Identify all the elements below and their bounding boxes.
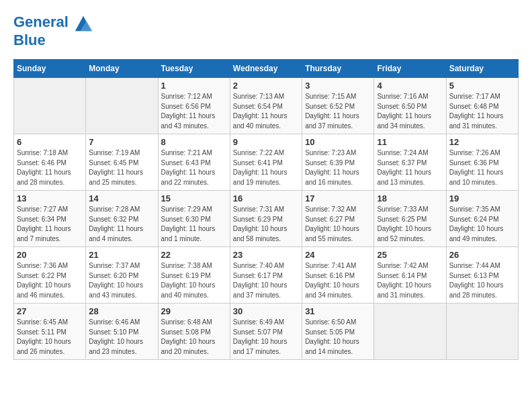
day-detail: Sunrise: 7:32 AM Sunset: 6:27 PM Dayligh… <box>305 205 371 244</box>
header-row: SundayMondayTuesdayWednesdayThursdayFrid… <box>14 60 519 78</box>
day-number: 11 <box>377 137 443 147</box>
day-number: 31 <box>305 306 371 316</box>
day-detail: Sunrise: 7:18 AM Sunset: 6:46 PM Dayligh… <box>17 148 83 187</box>
week-row-2: 6Sunrise: 7:18 AM Sunset: 6:46 PM Daylig… <box>14 134 519 191</box>
calendar-cell: 22Sunrise: 7:38 AM Sunset: 6:19 PM Dayli… <box>158 247 230 304</box>
day-detail: Sunrise: 6:49 AM Sunset: 5:07 PM Dayligh… <box>233 318 299 357</box>
day-detail: Sunrise: 7:16 AM Sunset: 6:50 PM Dayligh… <box>377 92 443 131</box>
calendar-cell: 14Sunrise: 7:28 AM Sunset: 6:32 PM Dayli… <box>86 191 158 247</box>
calendar-cell: 28Sunrise: 6:46 AM Sunset: 5:10 PM Dayli… <box>86 304 158 360</box>
day-number: 6 <box>17 137 83 147</box>
day-detail: Sunrise: 7:12 AM Sunset: 6:56 PM Dayligh… <box>161 92 227 131</box>
day-detail: Sunrise: 7:13 AM Sunset: 6:54 PM Dayligh… <box>233 92 299 131</box>
week-row-4: 20Sunrise: 7:36 AM Sunset: 6:22 PM Dayli… <box>14 247 519 304</box>
day-number: 7 <box>89 137 154 147</box>
calendar-cell: 10Sunrise: 7:23 AM Sunset: 6:39 PM Dayli… <box>302 134 374 191</box>
day-number: 26 <box>449 250 515 260</box>
calendar-cell: 29Sunrise: 6:48 AM Sunset: 5:08 PM Dayli… <box>158 304 230 360</box>
calendar-cell: 21Sunrise: 7:37 AM Sunset: 6:20 PM Dayli… <box>86 247 158 304</box>
day-detail: Sunrise: 6:48 AM Sunset: 5:08 PM Dayligh… <box>161 318 227 357</box>
calendar-table: SundayMondayTuesdayWednesdayThursdayFrid… <box>13 59 519 360</box>
day-number: 29 <box>161 306 227 316</box>
calendar-cell: 11Sunrise: 7:24 AM Sunset: 6:37 PM Dayli… <box>374 134 446 191</box>
day-detail: Sunrise: 7:23 AM Sunset: 6:39 PM Dayligh… <box>305 148 371 187</box>
day-number: 24 <box>305 250 371 260</box>
day-number: 3 <box>305 81 371 91</box>
day-number: 18 <box>377 193 443 203</box>
calendar-cell: 27Sunrise: 6:45 AM Sunset: 5:11 PM Dayli… <box>14 304 86 360</box>
calendar-cell: 12Sunrise: 7:26 AM Sunset: 6:36 PM Dayli… <box>446 134 518 191</box>
day-number: 21 <box>89 250 154 260</box>
day-number: 10 <box>305 137 371 147</box>
calendar-cell: 20Sunrise: 7:36 AM Sunset: 6:22 PM Dayli… <box>14 247 86 304</box>
calendar-cell: 18Sunrise: 7:33 AM Sunset: 6:25 PM Dayli… <box>374 191 446 247</box>
day-detail: Sunrise: 7:37 AM Sunset: 6:20 PM Dayligh… <box>89 261 154 300</box>
day-detail: Sunrise: 7:36 AM Sunset: 6:22 PM Dayligh… <box>17 261 83 300</box>
day-detail: Sunrise: 7:44 AM Sunset: 6:13 PM Dayligh… <box>449 261 515 300</box>
week-row-3: 13Sunrise: 7:27 AM Sunset: 6:34 PM Dayli… <box>14 191 519 247</box>
calendar-cell <box>14 78 86 134</box>
day-detail: Sunrise: 7:24 AM Sunset: 6:37 PM Dayligh… <box>377 148 443 187</box>
day-number: 1 <box>161 81 227 91</box>
day-number: 13 <box>17 193 83 203</box>
day-header-saturday: Saturday <box>446 60 518 78</box>
calendar-cell: 6Sunrise: 7:18 AM Sunset: 6:46 PM Daylig… <box>14 134 86 191</box>
day-number: 9 <box>233 137 299 147</box>
calendar-cell: 13Sunrise: 7:27 AM Sunset: 6:34 PM Dayli… <box>14 191 86 247</box>
calendar-cell: 26Sunrise: 7:44 AM Sunset: 6:13 PM Dayli… <box>446 247 518 304</box>
calendar-cell: 7Sunrise: 7:19 AM Sunset: 6:45 PM Daylig… <box>86 134 158 191</box>
calendar-cell: 30Sunrise: 6:49 AM Sunset: 5:07 PM Dayli… <box>230 304 302 360</box>
day-detail: Sunrise: 7:40 AM Sunset: 6:17 PM Dayligh… <box>233 261 299 300</box>
day-detail: Sunrise: 7:26 AM Sunset: 6:36 PM Dayligh… <box>449 148 515 187</box>
logo-text: General <box>13 13 93 32</box>
day-detail: Sunrise: 7:17 AM Sunset: 6:48 PM Dayligh… <box>449 92 515 131</box>
day-number: 15 <box>161 193 227 203</box>
day-detail: Sunrise: 7:41 AM Sunset: 6:16 PM Dayligh… <box>305 261 371 300</box>
calendar-cell: 8Sunrise: 7:21 AM Sunset: 6:43 PM Daylig… <box>158 134 230 191</box>
day-number: 22 <box>161 250 227 260</box>
calendar-cell: 4Sunrise: 7:16 AM Sunset: 6:50 PM Daylig… <box>374 78 446 134</box>
logo-text2: Blue <box>13 32 93 48</box>
calendar-cell <box>374 304 446 360</box>
calendar-cell: 24Sunrise: 7:41 AM Sunset: 6:16 PM Dayli… <box>302 247 374 304</box>
page-header: General Blue <box>13 13 519 48</box>
day-detail: Sunrise: 6:45 AM Sunset: 5:11 PM Dayligh… <box>17 318 83 357</box>
calendar-cell: 16Sunrise: 7:31 AM Sunset: 6:29 PM Dayli… <box>230 191 302 247</box>
day-number: 19 <box>449 193 515 203</box>
day-header-monday: Monday <box>86 60 158 78</box>
calendar-cell: 31Sunrise: 6:50 AM Sunset: 5:05 PM Dayli… <box>302 304 374 360</box>
day-detail: Sunrise: 7:27 AM Sunset: 6:34 PM Dayligh… <box>17 205 83 244</box>
week-row-1: 1Sunrise: 7:12 AM Sunset: 6:56 PM Daylig… <box>14 78 519 134</box>
calendar-cell: 17Sunrise: 7:32 AM Sunset: 6:27 PM Dayli… <box>302 191 374 247</box>
logo: General Blue <box>13 13 93 48</box>
day-number: 28 <box>89 306 154 316</box>
day-detail: Sunrise: 7:29 AM Sunset: 6:30 PM Dayligh… <box>161 205 227 244</box>
day-number: 2 <box>233 81 299 91</box>
day-detail: Sunrise: 7:35 AM Sunset: 6:24 PM Dayligh… <box>449 205 515 244</box>
day-detail: Sunrise: 7:15 AM Sunset: 6:52 PM Dayligh… <box>305 92 371 131</box>
calendar-cell: 9Sunrise: 7:22 AM Sunset: 6:41 PM Daylig… <box>230 134 302 191</box>
day-number: 16 <box>233 193 299 203</box>
day-number: 5 <box>449 81 515 91</box>
day-header-wednesday: Wednesday <box>230 60 302 78</box>
week-row-5: 27Sunrise: 6:45 AM Sunset: 5:11 PM Dayli… <box>14 304 519 360</box>
day-detail: Sunrise: 7:33 AM Sunset: 6:25 PM Dayligh… <box>377 205 443 244</box>
day-number: 30 <box>233 306 299 316</box>
day-number: 27 <box>17 306 83 316</box>
day-header-tuesday: Tuesday <box>158 60 230 78</box>
calendar-cell: 23Sunrise: 7:40 AM Sunset: 6:17 PM Dayli… <box>230 247 302 304</box>
day-number: 17 <box>305 193 371 203</box>
calendar-cell <box>446 304 518 360</box>
day-detail: Sunrise: 7:38 AM Sunset: 6:19 PM Dayligh… <box>161 261 227 300</box>
day-detail: Sunrise: 6:50 AM Sunset: 5:05 PM Dayligh… <box>305 318 371 357</box>
day-header-sunday: Sunday <box>14 60 86 78</box>
day-number: 14 <box>89 193 154 203</box>
calendar-cell: 15Sunrise: 7:29 AM Sunset: 6:30 PM Dayli… <box>158 191 230 247</box>
day-number: 23 <box>233 250 299 260</box>
calendar-cell: 1Sunrise: 7:12 AM Sunset: 6:56 PM Daylig… <box>158 78 230 134</box>
day-detail: Sunrise: 7:31 AM Sunset: 6:29 PM Dayligh… <box>233 205 299 244</box>
day-detail: Sunrise: 7:21 AM Sunset: 6:43 PM Dayligh… <box>161 148 227 187</box>
day-detail: Sunrise: 6:46 AM Sunset: 5:10 PM Dayligh… <box>89 318 154 357</box>
calendar-cell <box>86 78 158 134</box>
day-number: 20 <box>17 250 83 260</box>
